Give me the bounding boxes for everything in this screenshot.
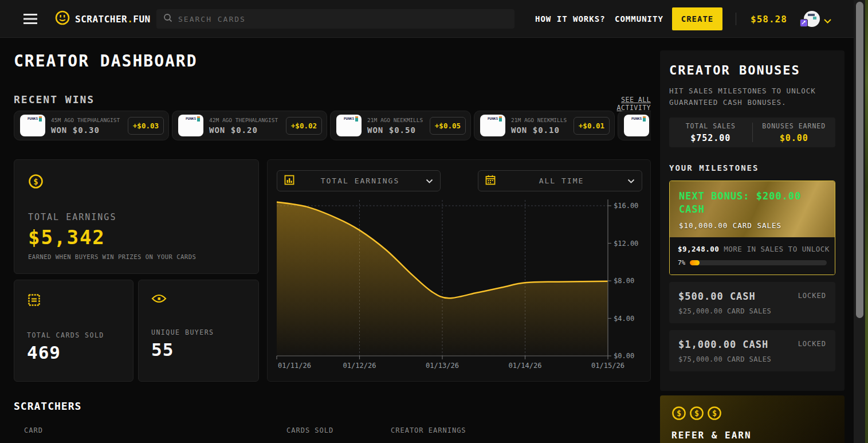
svg-text:$: $ [694,409,699,418]
create-button[interactable]: CREATE [672,7,722,30]
svg-text:$: $ [33,177,38,186]
your-milestones-title: YOUR MILESTONES [669,163,835,173]
punk-sprite [355,116,358,121]
win-card[interactable]: PUNKS 21M AGO NEEKMILLS WON $0.10 +$0.01 [474,111,615,140]
svg-text:01/15/26: 01/15/26 [591,362,625,370]
top-nav: SCRATCHER.FUN HOW IT WORKS? COMMUNITY CR… [0,0,868,38]
svg-text:01/13/26: 01/13/26 [426,362,459,370]
search-bar [156,9,514,29]
svg-text:$4.00: $4.00 [614,315,634,323]
next-milestone-header: NEXT BONUS: $200.00 CASH $10,000.00 CARD… [670,181,835,237]
nav-divider [736,13,736,25]
wallet-balance[interactable]: $58.28 [751,14,787,25]
win-meta: 21M AGO NEEKMILLS [367,117,423,123]
bar-chart-icon [284,175,294,187]
punk-sprite [197,116,200,121]
win-meta: 21M AGO NEEKMILLS [511,117,567,123]
column-header-cards-sold: CARDS SOLD [286,426,333,434]
svg-text:$: $ [677,409,681,418]
refer-and-earn-card[interactable]: $ $ $ REFER & EARN [660,395,845,443]
svg-text:$16.00: $16.00 [614,202,638,210]
win-amount: WON $0.20 [209,126,278,135]
next-bonus-requirement: $10,000.00 CARD SALES [679,221,826,230]
column-header-card: CARD [24,426,43,434]
nav-link-how-it-works[interactable]: HOW IT WORKS? [535,14,606,23]
earnings-chart-card: TOTAL EARNINGS ALL TIME $0.00$4.00$8.00$… [267,159,651,382]
card-thumbnail: PUNKS [624,115,649,136]
svg-text:01/12/26: 01/12/26 [343,362,376,370]
svg-text:$: $ [712,409,717,418]
chevron-down-icon [627,175,635,186]
eye-icon [151,293,246,307]
progress-percent: 7% [678,259,685,266]
locked-milestone-card: $1,000.00 CASH LOCKED $75,000.00 CARD SA… [669,330,835,371]
punk-sprite [643,116,646,121]
account-chevron-down-icon[interactable] [823,15,832,26]
win-meta: 45M AGO THEPHALANGIST [51,117,120,123]
card-thumbnail: PUNKS [336,115,362,136]
creator-bonuses-description: HIT SALES MILESTONES TO UNLOCK GUARANTEE… [669,85,827,108]
next-milestone-card[interactable]: NEXT BONUS: $200.00 CASH $10,000.00 CARD… [669,181,835,275]
svg-text:01/14/26: 01/14/26 [509,362,542,370]
calendar-icon [485,175,496,187]
range-select[interactable]: ALL TIME [478,170,642,191]
nav-link-community[interactable]: COMMUNITY [615,14,663,23]
total-earnings-value: $5,342 [28,226,245,249]
creator-bonuses-title: CREATOR BONUSES [669,63,835,77]
total-earnings-label: TOTAL EARNINGS [28,212,245,222]
chevron-down-icon [426,175,433,186]
scratchers-title: SCRATCHERS [14,400,81,412]
search-icon [163,13,172,25]
ticket-icon [27,293,120,309]
total-sales-label: TOTAL SALES [669,122,752,130]
column-header-creator-earnings: CREATOR EARNINGS [391,426,466,434]
milestone-progress-track [690,260,827,265]
next-bonus-title: NEXT BONUS: $200.00 CASH [679,190,825,216]
win-card[interactable]: PUNKS [618,111,651,140]
coin-icon: $ [707,406,722,421]
win-card[interactable]: PUNKS 45M AGO THEPHALANGIST WON $0.30 +$… [14,111,169,140]
win-card[interactable]: PUNKS 21M AGO NEEKMILLS WON $0.50 +$0.05 [330,111,471,140]
bonuses-stats-box: TOTAL SALES $752.00 BONUSES EARNED $0.00 [669,117,835,147]
cards-sold-card: TOTAL CARDS SOLD 469 [14,280,133,382]
svg-text:$0.00: $0.00 [614,352,634,360]
see-all-activity-link[interactable]: SEE ALL ACTIVITY [583,96,651,112]
bonuses-earned-label: BONUSES EARNED [753,122,836,130]
metric-select-value: TOTAL EARNINGS [294,177,426,185]
total-sales-value: $752.00 [669,133,752,143]
unique-buyers-card: UNIQUE BUYERS 55 [138,280,259,382]
card-thumbnail: PUNKS [480,115,505,136]
coin-icon: $ [671,406,686,421]
unique-buyers-value: 55 [151,339,246,360]
avatar[interactable] [804,11,820,27]
milestone-progress-fill [690,260,700,265]
smiley-logo-icon [55,10,70,28]
cards-sold-value: 469 [27,342,120,363]
logo-text: SCRATCHER.FUN [75,14,151,25]
refer-and-earn-title: REFER & EARN [671,430,833,441]
page-background-edge [865,0,868,443]
remaining-sales-text: $9,248.00 MORE IN SALES TO UNLOCK [678,245,827,253]
recent-wins-row: PUNKS 45M AGO THEPHALANGIST WON $0.30 +$… [14,111,651,142]
coin-icon: $ [689,406,704,421]
menu-icon[interactable] [23,12,38,26]
win-card[interactable]: PUNKS 42M AGO THEPHALANGIST WON $0.20 +$… [172,111,327,140]
punk-sprite [39,116,42,121]
logo[interactable]: SCRATCHER.FUN [55,10,151,28]
next-milestone-progress-section: $9,248.00 MORE IN SALES TO UNLOCK 7% [670,237,835,275]
search-input[interactable] [178,15,508,23]
avatar-art [808,14,815,16]
avatar-art [813,17,816,19]
creator-bonuses-panel: CREATOR BONUSES HIT SALES MILESTONES TO … [660,50,845,391]
total-earnings-caption: EARNED WHEN BUYERS WIN PRIZES ON YOUR CA… [28,253,245,260]
coins-icons: $ $ $ [671,406,833,421]
win-amount: WON $0.30 [51,126,120,135]
metric-select[interactable]: TOTAL EARNINGS [277,170,441,191]
scrollbar-thumb[interactable] [856,2,863,318]
recent-wins-title: RECENT WINS [14,93,95,105]
total-earnings-card: $ TOTAL EARNINGS $5,342 EARNED WHEN BUYE… [14,159,259,274]
unique-buyers-label: UNIQUE BUYERS [151,328,246,336]
avatar-badge-icon [800,19,808,27]
win-amount: WON $0.50 [367,126,423,135]
earnings-area-chart: $0.00$4.00$8.00$12.00$16.0001/11/2601/12… [268,192,651,375]
